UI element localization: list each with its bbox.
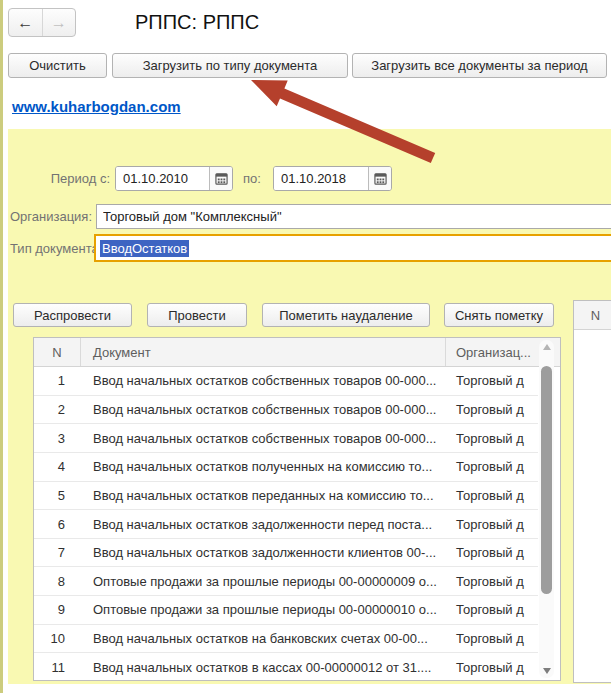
table-cell: 6 — [34, 517, 81, 532]
period-to-input[interactable] — [274, 167, 368, 190]
period-from-label: Период с: — [8, 171, 110, 186]
table-cell: Ввод начальных остатков на банковских сч… — [81, 631, 446, 646]
table-row[interactable]: 4Ввод начальных остатков полученных на к… — [34, 453, 538, 482]
calendar-icon — [215, 172, 228, 185]
history-nav: ← → — [8, 8, 76, 37]
table-cell: 10 — [34, 631, 81, 646]
left-edge-stripe — [0, 0, 3, 693]
table-cell: Ввод начальных остатков собственных това… — [81, 431, 446, 446]
period-to-field — [273, 166, 392, 191]
table-cell: Торговый д — [446, 459, 538, 474]
table-row[interactable]: 9Оптовые продажи за прошлые периоды 00-0… — [34, 596, 538, 625]
load-by-doc-type-button[interactable]: Загрузить по типу документа — [112, 53, 348, 78]
table-cell: 1 — [34, 373, 81, 388]
table-row[interactable]: 5Ввод начальных остатков переданных на к… — [34, 482, 538, 511]
doc-type-label: Тип документа: — [10, 241, 102, 256]
table-cell: 5 — [34, 488, 81, 503]
table-cell: Ввод начальных остатков в кассах 00-0000… — [81, 660, 446, 675]
table-cell: 9 — [34, 602, 81, 617]
mark-for-deletion-button[interactable]: Пометить наудаление — [262, 303, 430, 327]
table-cell: Торговый д — [446, 488, 538, 503]
table-cell: 11 — [34, 660, 81, 675]
table-row[interactable]: 8Оптовые продажи за прошлые периоды 00-0… — [34, 567, 538, 596]
documents-table: N Документ Организац... 1Ввод начальных … — [33, 337, 561, 681]
calendar-icon[interactable] — [209, 167, 232, 190]
organization-label: Организация: — [10, 209, 92, 224]
table-cell: Оптовые продажи за прошлые периоды 00-00… — [81, 574, 446, 589]
website-link[interactable]: www.kuharbogdan.com — [12, 98, 181, 115]
table-cell: Торговый д — [446, 602, 538, 617]
column-header-document[interactable]: Документ — [81, 338, 446, 366]
scroll-down-icon[interactable] — [539, 664, 554, 678]
unpost-button[interactable]: Распровести — [13, 303, 132, 327]
scrollbar-thumb[interactable] — [541, 366, 552, 594]
table-cell: Оптовые продажи за прошлые периоды 00-00… — [81, 602, 446, 617]
table-cell: Торговый д — [446, 517, 538, 532]
organization-input[interactable] — [96, 204, 611, 229]
post-button[interactable]: Провести — [147, 303, 247, 327]
table-cell: Торговый д — [446, 631, 538, 646]
table-cell: Торговый д — [446, 545, 538, 560]
vertical-scrollbar[interactable] — [539, 340, 554, 678]
clear-button[interactable]: Очистить — [8, 53, 107, 78]
calendar-icon[interactable] — [368, 167, 391, 190]
period-to-label: по: — [243, 171, 261, 186]
documents-table-body: 1Ввод начальных остатков собственных тов… — [34, 367, 538, 681]
side-column-header-n[interactable]: N — [574, 301, 611, 330]
table-row[interactable]: 2Ввод начальных остатков собственных тов… — [34, 396, 538, 425]
back-arrow-icon[interactable]: ← — [9, 9, 43, 36]
load-all-docs-button[interactable]: Загрузить все документы за период — [352, 53, 607, 78]
table-row[interactable]: 10Ввод начальных остатков на банковских … — [34, 625, 538, 654]
table-row[interactable]: 7Ввод начальных остатков задолженности к… — [34, 539, 538, 568]
table-cell: Торговый д — [446, 574, 538, 589]
column-header-organization[interactable]: Организац... — [446, 338, 538, 366]
column-header-n[interactable]: N — [34, 338, 81, 366]
doc-type-input[interactable]: ВводОстатков — [94, 234, 611, 262]
table-cell: Ввод начальных остатков полученных на ко… — [81, 459, 446, 474]
table-cell: 4 — [34, 459, 81, 474]
table-cell: Ввод начальных остатков задолженности кл… — [81, 545, 446, 560]
table-cell: Ввод начальных остатков собственных това… — [81, 402, 446, 417]
table-row[interactable]: 1Ввод начальных остатков собственных тов… — [34, 367, 538, 396]
table-row[interactable]: 6Ввод начальных остатков задолженности п… — [34, 510, 538, 539]
unmark-button[interactable]: Снять пометку — [444, 303, 554, 327]
table-row[interactable]: 11Ввод начальных остатков в кассах 00-00… — [34, 653, 538, 681]
scroll-up-icon[interactable] — [539, 340, 554, 354]
side-table: N — [573, 300, 611, 683]
period-from-input[interactable] — [116, 167, 209, 190]
documents-table-header: N Документ Организац... — [34, 338, 560, 367]
table-cell: 3 — [34, 431, 81, 446]
table-cell: 8 — [34, 574, 81, 589]
calendar-icon — [374, 172, 387, 185]
table-cell: Торговый д — [446, 373, 538, 388]
table-cell: Торговый д — [446, 431, 538, 446]
table-cell: Торговый д — [446, 402, 538, 417]
table-cell: 2 — [34, 402, 81, 417]
table-cell: Ввод начальных остатков задолженности пе… — [81, 517, 446, 532]
table-cell: Ввод начальных остатков собственных това… — [81, 373, 446, 388]
table-cell: Ввод начальных остатков переданных на ко… — [81, 488, 446, 503]
forward-arrow-icon[interactable]: → — [43, 9, 76, 36]
doc-type-selected-text: ВводОстатков — [100, 240, 189, 257]
period-from-field — [115, 166, 233, 191]
table-row[interactable]: 3Ввод начальных остатков собственных тов… — [34, 424, 538, 453]
page-title: РППС: РППС — [135, 11, 259, 34]
table-cell: Торговый д — [446, 660, 538, 675]
table-cell: 7 — [34, 545, 81, 560]
